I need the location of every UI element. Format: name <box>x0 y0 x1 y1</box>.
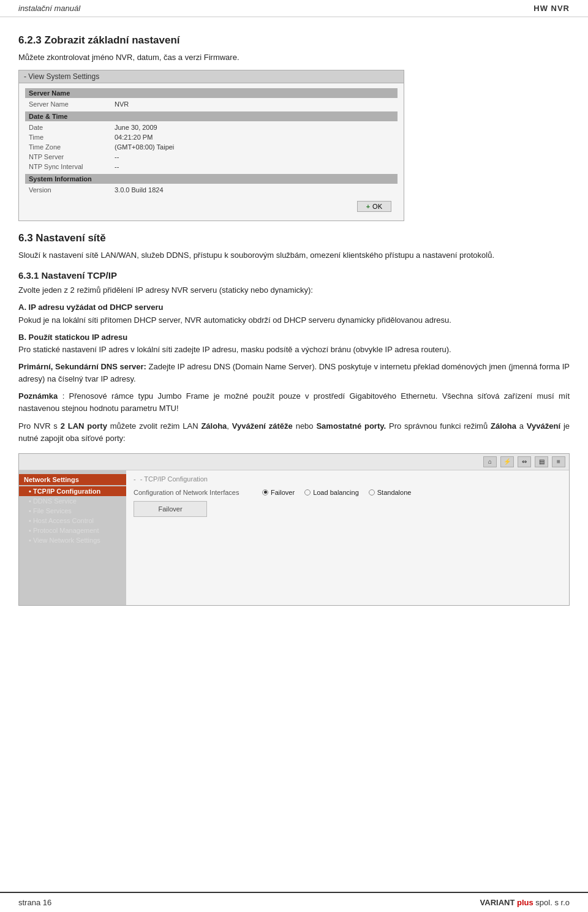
date-value: June 30, 2009 <box>111 122 398 132</box>
header-bar: instalační manuál HW NVR <box>0 0 588 17</box>
footer-page-number: strana 16 <box>18 898 51 907</box>
dns-label: Primární, Sekundární DNS server: <box>18 362 146 371</box>
failover-box: Failover <box>134 501 207 517</box>
lan-ports-bold-1: 2 LAN porty <box>61 421 107 431</box>
header-right-title: HW NVR <box>533 4 570 13</box>
ntp-sync-value: -- <box>111 162 398 171</box>
view-system-screenshot: - View System Settings Server Name Serve… <box>18 70 404 221</box>
radio-group: Failover Load balancing Standalone <box>262 489 411 496</box>
sidebar-item-protocol[interactable]: • Protocol Management <box>19 526 126 535</box>
radio-standalone-label: Standalone <box>377 489 412 496</box>
sidebar-item-hostaccess[interactable]: • Host Access Control <box>19 516 126 526</box>
ip-dhcp-paragraph: A. IP adresu vyžádat od DHCP serveru Pok… <box>18 301 570 326</box>
server-name-value: NVR <box>111 99 398 109</box>
zaloha-label: Záloha <box>201 421 227 431</box>
time-label: Time <box>25 132 111 142</box>
poznamka-label: Poznámka <box>18 391 58 401</box>
timezone-value: (GMT+08:00) Taipei <box>111 142 398 152</box>
breadcrumb-dash: - <box>134 475 136 483</box>
radio-failover-label: Failover <box>271 489 295 496</box>
toolbar-row: ⌂ ⚡ ⇔ ▤ ≡ <box>19 454 569 470</box>
version-value: 3.0.0 Build 1824 <box>111 185 398 195</box>
date-label: Date <box>25 122 111 132</box>
poznamka-paragraph: Poznámka : Přenosové rámce typu Jumbo Fr… <box>18 390 570 415</box>
toolbar-link-icon[interactable]: ⇔ <box>518 456 531 467</box>
toolbar-flash-icon[interactable]: ⚡ <box>500 456 514 467</box>
radio-standalone-dot <box>369 489 375 496</box>
zaloha2-label: Záloha <box>491 421 516 431</box>
config-row: Configuration of Network Interfaces Fail… <box>134 489 562 496</box>
system-info-header: System Information <box>25 174 398 184</box>
page-footer: strana 16 VARIANT plus spol. s r.o <box>0 892 588 912</box>
server-name-header: Server Name <box>25 88 398 98</box>
radio-loadbalancing[interactable]: Load balancing <box>304 489 359 496</box>
ip-static-text: Pro statické nastavení IP adres v lokáln… <box>18 345 451 354</box>
time-row: Time 04:21:20 PM <box>25 132 398 142</box>
ntp-sync-label: NTP Sync Interval <box>25 162 111 171</box>
header-left-title: instalační manuál <box>18 4 80 13</box>
toolbar-menu-icon[interactable]: ≡ <box>552 456 565 467</box>
ntp-server-label: NTP Server <box>25 152 111 162</box>
brand-plus: plus <box>517 898 533 907</box>
radio-standalone[interactable]: Standalone <box>369 489 412 496</box>
sidebar-item-ddns[interactable]: • DDNS Service <box>19 496 126 506</box>
ip-static-label: B. Použít statickou IP adresu <box>18 333 127 342</box>
ntp-server-row: NTP Server -- <box>25 152 398 162</box>
breadcrumb-text: - TCP/IP Configuration <box>140 475 208 483</box>
dns-paragraph: Primární, Sekundární DNS server: Zadejte… <box>18 361 570 385</box>
server-name-table: Server Name NVR <box>25 99 398 109</box>
network-main-breadcrumb: - - TCP/IP Configuration <box>134 475 562 485</box>
ntp-sync-row: NTP Sync Interval -- <box>25 162 398 171</box>
date-row: Date June 30, 2009 <box>25 122 398 132</box>
ok-bar: + OK <box>25 197 398 216</box>
screenshot-inner: Server Name Server Name NVR Date & Time … <box>19 83 404 220</box>
screenshot-title: - View System Settings <box>19 70 404 83</box>
system-info-table: Version 3.0.0 Build 1824 <box>25 185 398 195</box>
version-label: Version <box>25 185 111 195</box>
server-name-label: Server Name <box>25 99 111 109</box>
timezone-row: Time Zone (GMT+08:00) Taipei <box>25 142 398 152</box>
ok-button[interactable]: + OK <box>357 201 391 212</box>
sidebar-item-tcpip[interactable]: • TCP/IP Configuration <box>19 486 126 496</box>
toolbar-car-icon[interactable]: ▤ <box>535 456 548 467</box>
time-value: 04:21:20 PM <box>111 132 398 142</box>
network-ss-inner: Network Settings • TCP/IP Configuration … <box>19 470 569 605</box>
section-623-subtitle: Můžete zkontrolovat jméno NVR, datum, ča… <box>18 51 570 64</box>
ntp-server-value: -- <box>111 152 398 162</box>
ip-dhcp-text: Pokud je na lokální síti přítomen DHCP s… <box>18 315 451 325</box>
section-631-title: 6.3.1 Nastavení TCP/IP <box>18 270 570 281</box>
sidebar-item-fileservices[interactable]: • File Services <box>19 506 126 516</box>
brand-name: VARIANT plus <box>480 898 533 907</box>
network-main: - - TCP/IP Configuration Configuration o… <box>126 470 569 605</box>
lan-ports-paragraph: Pro NVR s 2 LAN porty můžete zvolit reži… <box>18 420 570 445</box>
toolbar-home-icon[interactable]: ⌂ <box>483 456 497 467</box>
server-name-row: Server Name NVR <box>25 99 398 109</box>
radio-failover[interactable]: Failover <box>262 489 295 496</box>
section-631-description: Zvolte jeden z 2 režimů přidělení IP adr… <box>18 284 570 296</box>
vyvazeni2-label: Vyvážení <box>527 421 560 431</box>
section-623-title: 6.2.3 Zobrazit základní nastavení <box>18 34 570 47</box>
poznamka-text: : Přenosové rámce typu Jumbo Frame je mo… <box>18 391 570 413</box>
brand-company: spol. s r.o <box>535 898 570 907</box>
ok-label: OK <box>372 203 382 210</box>
footer-brand: VARIANT plus spol. s r.o <box>480 898 570 907</box>
radio-loadbalancing-label: Load balancing <box>313 489 359 496</box>
radio-loadbalancing-dot <box>304 489 311 496</box>
network-screenshot: ⌂ ⚡ ⇔ ▤ ≡ Network Settings • TCP/IP Conf… <box>18 453 570 606</box>
section-63-description: Slouží k nastavení sítě LAN/WAN, služeb … <box>18 249 570 262</box>
ok-plus-icon: + <box>366 203 370 210</box>
date-time-header: Date & Time <box>25 111 398 121</box>
config-label: Configuration of Network Interfaces <box>134 489 256 496</box>
vyvazeni-label: Vyvážení zátěže <box>232 421 293 431</box>
ip-static-paragraph: B. Použít statickou IP adresu Pro static… <box>18 331 570 356</box>
samostatne-label: Samostatné porty. <box>316 421 386 431</box>
section-63-title: 6.3 Nastavení sítě <box>18 232 570 244</box>
date-time-table: Date June 30, 2009 Time 04:21:20 PM Time… <box>25 122 398 171</box>
radio-failover-dot <box>262 489 268 496</box>
ip-dhcp-label: A. IP adresu vyžádat od DHCP serveru <box>18 303 164 312</box>
timezone-label: Time Zone <box>25 142 111 152</box>
page-content: 6.2.3 Zobrazit základní nastavení Můžete… <box>0 23 588 651</box>
version-row: Version 3.0.0 Build 1824 <box>25 185 398 195</box>
sidebar-item-viewnetwork[interactable]: • View Network Settings <box>19 535 126 545</box>
network-sidebar-section: Network Settings <box>19 474 126 485</box>
